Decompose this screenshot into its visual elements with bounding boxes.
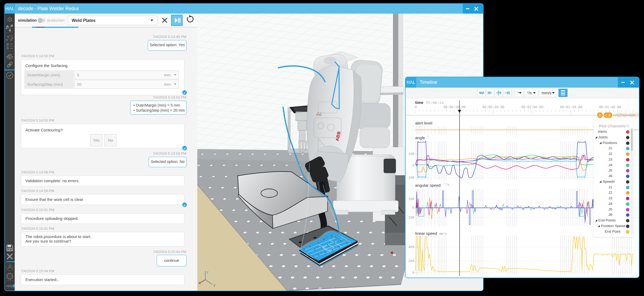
svg-text:y: y: [214, 283, 215, 287]
svg-text:HALProcedure: HALProcedure: [613, 113, 635, 117]
svg-text:time: time: [415, 100, 423, 105]
svg-text:0: 0: [412, 271, 414, 275]
svg-text:linear speed: linear speed: [415, 231, 437, 236]
svg-text:°: °: [427, 135, 429, 139]
svg-text:100: 100: [408, 197, 414, 201]
svg-text:HΛL: HΛL: [6, 284, 13, 288]
svg-text:!: !: [599, 114, 600, 117]
svg-text:°/s: °/s: [444, 183, 449, 187]
svg-text:mm/s: mm/s: [439, 232, 447, 236]
svg-text:-100: -100: [406, 216, 414, 220]
svg-text:angular speed: angular speed: [415, 183, 441, 188]
svg-text:0: 0: [412, 206, 414, 210]
svg-text:00:01:00.00: 00:01:00.00: [521, 106, 543, 109]
svg-text:z: z: [207, 270, 209, 274]
svg-text:200: 200: [408, 259, 414, 263]
svg-text:0: 0: [412, 164, 414, 168]
svg-text:00:01:40.00: 00:01:40.00: [599, 106, 621, 109]
svg-text:!: !: [609, 114, 610, 117]
svg-text:00:00:20.00: 00:00:20.00: [444, 106, 466, 109]
svg-text:angle: angle: [415, 135, 425, 140]
svg-text:hh:mm:ss: hh:mm:ss: [426, 101, 444, 105]
svg-text:00:00:40.00: 00:00:40.00: [482, 106, 504, 109]
svg-text:00:01:20.00: 00:01:20.00: [560, 106, 582, 109]
svg-text:alert level: alert level: [415, 121, 432, 125]
svg-text:-100: -100: [406, 176, 414, 180]
svg-text:0: 0: [415, 106, 417, 109]
svg-text:100: 100: [408, 152, 414, 156]
svg-text:400: 400: [408, 246, 414, 249]
